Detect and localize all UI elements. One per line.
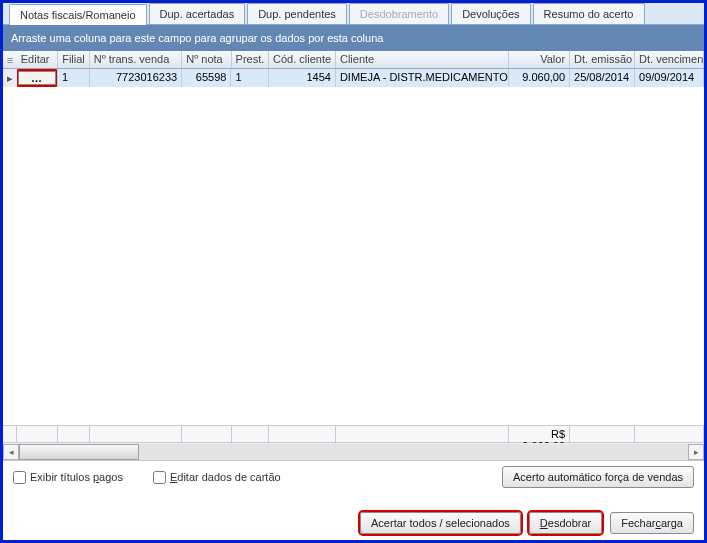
- tab-notas-fiscais[interactable]: Notas fiscais/Romaneio: [9, 4, 147, 25]
- cell-prest: 1: [231, 69, 268, 87]
- grid-body: ▸ … 1 7723016233 65598 1 1454 DIMEJA - D…: [3, 69, 704, 425]
- col-dt-emissao[interactable]: Dt. emissão: [570, 51, 635, 68]
- cell-venc: 09/09/2014: [635, 69, 704, 87]
- row-indicator-icon: ▸: [3, 69, 17, 87]
- cell-codc: 1454: [269, 69, 336, 87]
- cell-valor: 9.060,00: [509, 69, 570, 87]
- col-cod-cliente[interactable]: Cód. cliente: [269, 51, 336, 68]
- options-row: Exibir títulos pagos Editar dados de car…: [3, 461, 704, 493]
- col-editar[interactable]: Editar: [17, 51, 58, 68]
- menu-indicator-icon[interactable]: ≡: [3, 51, 17, 68]
- edit-row-button[interactable]: …: [18, 71, 56, 85]
- cell-nota: 65598: [182, 69, 231, 87]
- tab-dup-pendentes[interactable]: Dup. pendentes: [247, 3, 347, 24]
- scroll-track[interactable]: [19, 444, 688, 460]
- col-nota[interactable]: Nº nota: [182, 51, 231, 68]
- tab-desdobramento: Desdobramento: [349, 3, 449, 24]
- col-cliente[interactable]: Cliente: [336, 51, 509, 68]
- scroll-right-icon[interactable]: ▸: [688, 444, 704, 460]
- col-filial[interactable]: Filial: [58, 51, 90, 68]
- tab-devolucoes[interactable]: Devoluções: [451, 3, 530, 24]
- tab-resumo-acerto[interactable]: Resumo do acerto: [533, 3, 645, 24]
- col-dt-vencimento[interactable]: Dt. venciment: [635, 51, 704, 68]
- acerto-auto-forca-button[interactable]: Acerto automático força de vendas: [502, 466, 694, 488]
- cell-filial: 1: [58, 69, 90, 87]
- fechar-carga-button[interactable]: Fechar carga: [610, 512, 694, 534]
- tab-dup-acertadas[interactable]: Dup. acertadas: [149, 3, 246, 24]
- window-frame: Notas fiscais/Romaneio Dup. acertadas Du…: [0, 0, 707, 543]
- checkbox-editar-cartao[interactable]: Editar dados de cartão: [153, 471, 281, 484]
- col-prest[interactable]: Prest.: [232, 51, 269, 68]
- scroll-left-icon[interactable]: ◂: [3, 444, 19, 460]
- summary-valor: R$ 9.060,00: [509, 426, 570, 442]
- checkbox-exibir-pagos-input[interactable]: [13, 471, 26, 484]
- table-row[interactable]: ▸ … 1 7723016233 65598 1 1454 DIMEJA - D…: [3, 69, 704, 87]
- col-trans-venda[interactable]: Nº trans. venda: [90, 51, 183, 68]
- cell-cliente: DIMEJA - DISTR.MEDICAMENTO: [336, 69, 509, 87]
- checkbox-exibir-pagos-label: Exibir títulos pagos: [30, 471, 123, 483]
- group-by-bar[interactable]: Arraste uma coluna para este campo para …: [3, 25, 704, 51]
- cell-trans: 7723016233: [90, 69, 183, 87]
- scroll-thumb[interactable]: [19, 444, 139, 460]
- col-valor[interactable]: Valor: [509, 51, 570, 68]
- tab-bar: Notas fiscais/Romaneio Dup. acertadas Du…: [3, 3, 704, 25]
- acertar-todos-button[interactable]: Acertar todos / selecionados: [360, 512, 521, 534]
- grid-header: ≡ Editar Filial Nº trans. venda Nº nota …: [3, 51, 704, 69]
- horizontal-scrollbar[interactable]: ◂ ▸: [3, 443, 704, 461]
- checkbox-editar-cartao-input[interactable]: [153, 471, 166, 484]
- summary-row: R$ 9.060,00: [3, 425, 704, 443]
- cell-emissao: 25/08/2014: [570, 69, 635, 87]
- checkbox-editar-cartao-label: Editar dados de cartão: [170, 471, 281, 483]
- desdobrar-button[interactable]: Desdobrar: [529, 512, 602, 534]
- checkbox-exibir-pagos[interactable]: Exibir títulos pagos: [13, 471, 123, 484]
- bottom-button-row: Acertar todos / selecionados Desdobrar F…: [3, 512, 704, 534]
